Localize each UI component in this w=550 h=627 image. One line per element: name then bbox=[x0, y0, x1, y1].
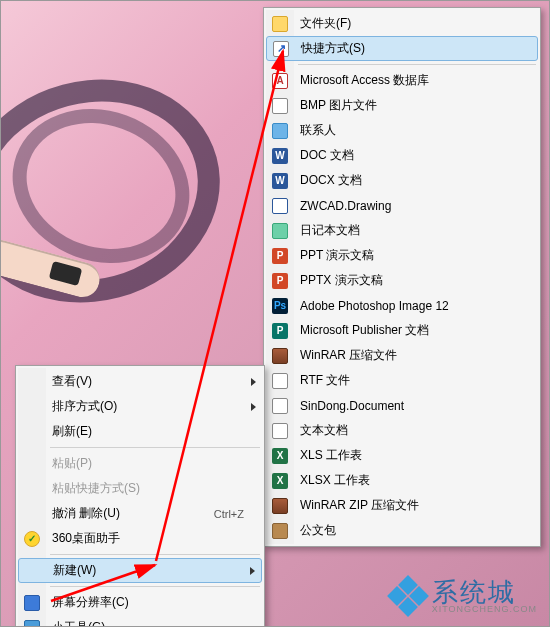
menu-item-label: PPT 演示文稿 bbox=[300, 247, 520, 264]
menu-separator bbox=[50, 586, 260, 587]
menu-item-label: ZWCAD.Drawing bbox=[300, 199, 520, 213]
menu-item-sindong[interactable]: SinDong.Document bbox=[266, 393, 538, 418]
menu-item-rar[interactable]: WinRAR 压缩文件 bbox=[266, 343, 538, 368]
menu-item-shortcut[interactable]: 快捷方式(S) bbox=[266, 36, 538, 61]
menu-item-zwcad[interactable]: ZWCAD.Drawing bbox=[266, 193, 538, 218]
watermark-title: 系统城 bbox=[432, 579, 537, 605]
menu-item-label: DOCX 文档 bbox=[300, 172, 520, 189]
pptx-icon: P bbox=[272, 273, 288, 289]
menu-item-label: 公文包 bbox=[300, 522, 520, 539]
menu-item-refresh[interactable]: 刷新(E) bbox=[18, 419, 262, 444]
menu-item-label: WinRAR ZIP 压缩文件 bbox=[300, 497, 520, 514]
menu-item-label: 撤消 删除(U) bbox=[52, 505, 214, 522]
bmp-icon bbox=[272, 98, 288, 114]
xls-icon: X bbox=[272, 448, 288, 464]
menu-item-doc[interactable]: W DOC 文档 bbox=[266, 143, 538, 168]
doc-icon: W bbox=[272, 148, 288, 164]
menu-item-paste: 粘贴(P) bbox=[18, 451, 262, 476]
menu-item-photoshop[interactable]: Ps Adobe Photoshop Image 12 bbox=[266, 293, 538, 318]
menu-item-label: 联系人 bbox=[300, 122, 520, 139]
submenu-arrow-icon bbox=[251, 378, 256, 386]
txt-icon bbox=[272, 423, 288, 439]
menu-item-label: XLSX 工作表 bbox=[300, 472, 520, 489]
menu-item-xls[interactable]: X XLS 工作表 bbox=[266, 443, 538, 468]
menu-item-briefcase[interactable]: 公文包 bbox=[266, 518, 538, 543]
menu-item-label: 粘贴快捷方式(S) bbox=[52, 480, 244, 497]
menu-item-folder[interactable]: 文件夹(F) bbox=[266, 11, 538, 36]
menu-item-sort-by[interactable]: 排序方式(O) bbox=[18, 394, 262, 419]
menu-item-publisher[interactable]: P Microsoft Publisher 文档 bbox=[266, 318, 538, 343]
submenu-arrow-icon bbox=[250, 567, 255, 575]
menu-item-label: 刷新(E) bbox=[52, 423, 244, 440]
watermark-logo-icon bbox=[390, 578, 426, 614]
watermark-subtitle: XITONGCHENG.COM bbox=[432, 605, 537, 614]
contact-icon bbox=[272, 123, 288, 139]
menu-item-rtf[interactable]: RTF 文件 bbox=[266, 368, 538, 393]
menu-separator bbox=[50, 554, 260, 555]
menu-item-screen-resolution[interactable]: 屏幕分辨率(C) bbox=[18, 590, 262, 615]
menu-item-undo-delete[interactable]: 撤消 删除(U) Ctrl+Z bbox=[18, 501, 262, 526]
menu-item-paste-shortcut: 粘贴快捷方式(S) bbox=[18, 476, 262, 501]
menu-item-label: XLS 工作表 bbox=[300, 447, 520, 464]
shortcut-icon bbox=[273, 41, 289, 57]
menu-item-label: 屏幕分辨率(C) bbox=[52, 594, 244, 611]
zwcad-icon bbox=[272, 198, 288, 214]
xlsx-icon: X bbox=[272, 473, 288, 489]
menu-item-ppt[interactable]: P PPT 演示文稿 bbox=[266, 243, 538, 268]
menu-item-label: 360桌面助手 bbox=[52, 530, 244, 547]
watermark: 系统城 XITONGCHENG.COM bbox=[390, 578, 537, 614]
menu-item-pptx[interactable]: P PPTX 演示文稿 bbox=[266, 268, 538, 293]
menu-item-360-helper[interactable]: ✓ 360桌面助手 bbox=[18, 526, 262, 551]
menu-item-label: 粘贴(P) bbox=[52, 455, 244, 472]
menu-item-docx[interactable]: W DOCX 文档 bbox=[266, 168, 538, 193]
publisher-icon: P bbox=[272, 323, 288, 339]
menu-item-gadgets[interactable]: 小工具(G) bbox=[18, 615, 262, 627]
menu-item-label: 快捷方式(S) bbox=[301, 40, 519, 57]
menu-item-label: Adobe Photoshop Image 12 bbox=[300, 299, 520, 313]
menu-item-label: Microsoft Access 数据库 bbox=[300, 72, 520, 89]
menu-item-label: 小工具(G) bbox=[52, 619, 244, 627]
ppt-icon: P bbox=[272, 248, 288, 264]
menu-item-xlsx[interactable]: X XLSX 工作表 bbox=[266, 468, 538, 493]
menu-item-label: 新建(W) bbox=[53, 562, 243, 579]
menu-item-label: WinRAR 压缩文件 bbox=[300, 347, 520, 364]
menu-item-zip[interactable]: WinRAR ZIP 压缩文件 bbox=[266, 493, 538, 518]
menu-item-label: 排序方式(O) bbox=[52, 398, 244, 415]
menu-item-bmp[interactable]: BMP 图片文件 bbox=[266, 93, 538, 118]
menu-item-label: 文件夹(F) bbox=[300, 15, 520, 32]
360-icon: ✓ bbox=[24, 531, 40, 547]
submenu-arrow-icon bbox=[251, 403, 256, 411]
gadget-icon bbox=[24, 620, 40, 628]
menu-item-label: BMP 图片文件 bbox=[300, 97, 520, 114]
menu-item-shortcut: Ctrl+Z bbox=[214, 508, 244, 520]
menu-separator bbox=[298, 64, 536, 65]
menu-item-label: Microsoft Publisher 文档 bbox=[300, 322, 520, 339]
menu-item-contact[interactable]: 联系人 bbox=[266, 118, 538, 143]
screen-icon bbox=[24, 595, 40, 611]
new-submenu: 文件夹(F) 快捷方式(S) A Microsoft Access 数据库 BM… bbox=[263, 7, 541, 547]
briefcase-icon bbox=[272, 523, 288, 539]
menu-item-new[interactable]: 新建(W) bbox=[18, 558, 262, 583]
zip-icon bbox=[272, 498, 288, 514]
rar-icon bbox=[272, 348, 288, 364]
folder-icon bbox=[272, 16, 288, 32]
menu-item-label: RTF 文件 bbox=[300, 372, 520, 389]
menu-item-label: 日记本文档 bbox=[300, 222, 520, 239]
menu-item-label: SinDong.Document bbox=[300, 399, 520, 413]
sindong-icon bbox=[272, 398, 288, 414]
menu-item-view[interactable]: 查看(V) bbox=[18, 369, 262, 394]
menu-item-label: DOC 文档 bbox=[300, 147, 520, 164]
menu-item-txt[interactable]: 文本文档 bbox=[266, 418, 538, 443]
menu-item-diary[interactable]: 日记本文档 bbox=[266, 218, 538, 243]
menu-item-access[interactable]: A Microsoft Access 数据库 bbox=[266, 68, 538, 93]
menu-separator bbox=[50, 447, 260, 448]
docx-icon: W bbox=[272, 173, 288, 189]
menu-item-label: 文本文档 bbox=[300, 422, 520, 439]
rtf-icon bbox=[272, 373, 288, 389]
desktop-context-menu: 查看(V) 排序方式(O) 刷新(E) 粘贴(P) 粘贴快捷方式(S) 撤消 删… bbox=[15, 365, 265, 627]
menu-item-label: PPTX 演示文稿 bbox=[300, 272, 520, 289]
menu-item-label: 查看(V) bbox=[52, 373, 244, 390]
diary-icon bbox=[272, 223, 288, 239]
access-icon: A bbox=[272, 73, 288, 89]
photoshop-icon: Ps bbox=[272, 298, 288, 314]
